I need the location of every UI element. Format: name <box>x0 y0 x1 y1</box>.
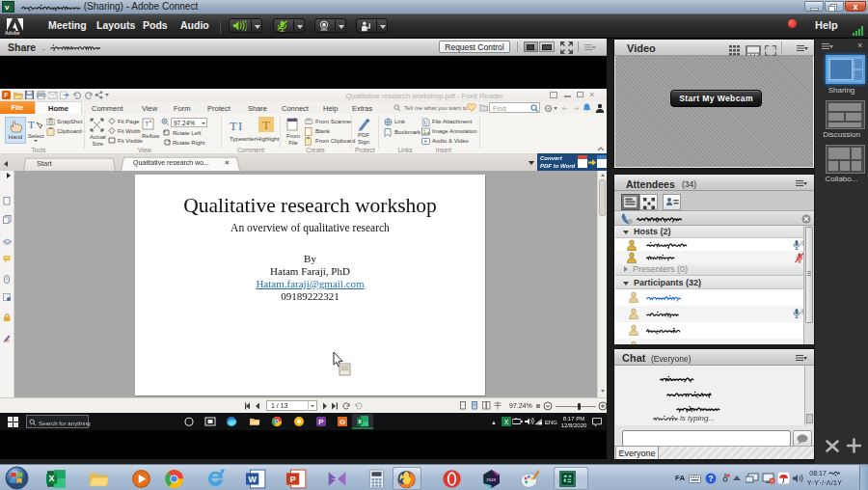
svg-text:nox: nox <box>487 476 497 482</box>
svg-text:P: P <box>318 418 324 426</box>
svg-text:F: F <box>4 92 9 98</box>
svg-text:R: R <box>7 339 10 343</box>
svg-text:X: X <box>504 419 509 425</box>
svg-text:T: T <box>28 119 35 130</box>
svg-text:W: W <box>248 475 257 484</box>
svg-text:T: T <box>262 118 270 131</box>
svg-text:X: X <box>358 419 362 424</box>
svg-text:X: X <box>49 474 55 483</box>
svg-text:P: P <box>290 475 296 484</box>
svg-text:G: G <box>339 418 345 426</box>
svg-text:?: ? <box>708 474 713 483</box>
svg-text:T: T <box>230 119 237 132</box>
svg-text:T: T <box>145 121 149 127</box>
svg-text:I: I <box>238 119 242 132</box>
